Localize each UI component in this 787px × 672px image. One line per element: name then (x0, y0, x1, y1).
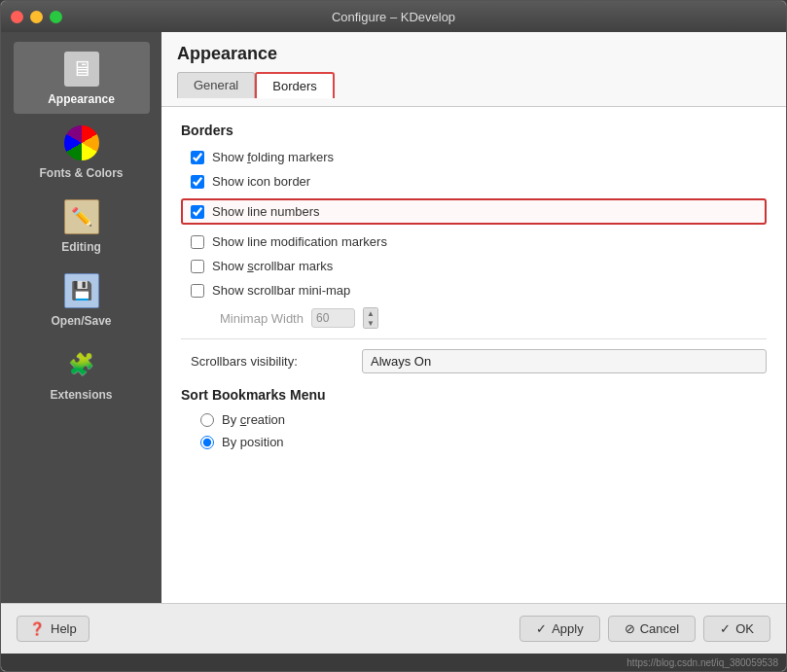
extensions-icon: 🧩 (62, 345, 101, 384)
show-scrollbar-marks-row: Show scrollbar marks (181, 259, 767, 273)
help-label: Help (51, 621, 77, 636)
apply-checkmark-icon: ✓ (536, 621, 547, 636)
show-scrollbar-minimap-row: Show scrollbar mini-map (181, 283, 767, 298)
show-line-numbers-checkbox[interactable] (191, 205, 204, 219)
by-position-radio[interactable] (200, 436, 214, 449)
minimap-width-label: Minimap Width (220, 311, 304, 326)
minimap-down-button[interactable]: ▼ (364, 318, 377, 328)
ok-button[interactable]: ✓ OK (703, 616, 770, 642)
sidebar-item-extensions[interactable]: 🧩 Extensions (14, 337, 150, 409)
appearance-icon (62, 50, 101, 88)
by-position-row: By position (181, 435, 767, 449)
watermark-text: https://blog.csdn.net/iq_380059538 (626, 657, 778, 668)
show-icon-border-label: Show icon border (212, 174, 310, 189)
show-scrollbar-minimap-label: Show scrollbar mini-map (212, 283, 350, 298)
footer: ❓ Help ✓ Apply ⊘ Cancel ✓ OK (1, 603, 786, 654)
help-button[interactable]: ❓ Help (17, 616, 89, 642)
sidebar-item-fonts-colors[interactable]: Fonts & Colors (14, 116, 150, 188)
show-icon-border-row: Show icon border (181, 174, 767, 189)
scrollbar-visibility-select-wrap: Always On Always Off Auto (362, 349, 767, 373)
show-line-mod-checkbox[interactable] (191, 235, 204, 249)
titlebar: Configure – KDevelop (1, 1, 786, 32)
window-controls (11, 11, 62, 23)
show-folding-row: Show folding markers (181, 150, 767, 164)
cancel-circle-icon: ⊘ (625, 621, 635, 636)
opensave-icon: 💾 (62, 271, 101, 310)
sidebar: Appearance Fonts & Colors ✏️ Editing 💾 O… (1, 32, 161, 603)
configure-window: Configure – KDevelop Appearance Fonts & … (0, 0, 787, 672)
scrollbar-visibility-row: Scrollbars visibility: Always On Always … (181, 349, 767, 373)
borders-section-title: Borders (181, 123, 767, 138)
show-line-numbers-label: Show line numbers (212, 204, 320, 219)
show-scrollbar-marks-label: Show scrollbar marks (212, 259, 333, 273)
sidebar-item-appearance[interactable]: Appearance (14, 42, 150, 114)
show-scrollbar-marks-checkbox[interactable] (191, 260, 204, 273)
close-button[interactable] (11, 11, 23, 23)
ok-label: OK (735, 621, 754, 636)
minimap-width-input[interactable] (311, 308, 355, 328)
sidebar-label-opensave: Open/Save (51, 314, 111, 328)
show-scrollbar-minimap-checkbox[interactable] (191, 284, 204, 298)
panel-body: Borders Show folding markers Show icon b… (161, 107, 786, 603)
main-panel: Appearance General Borders Borders Sho (161, 32, 786, 603)
maximize-button[interactable] (50, 11, 62, 23)
sidebar-label-editing: Editing (61, 240, 101, 254)
tabs: General Borders (177, 72, 770, 98)
by-creation-radio[interactable] (200, 413, 214, 427)
minimize-button[interactable] (30, 11, 43, 23)
sidebar-label-extensions: Extensions (50, 388, 112, 402)
separator (181, 338, 767, 339)
apply-button[interactable]: ✓ Apply (519, 616, 600, 642)
apply-label: Apply (552, 621, 584, 636)
sort-bookmarks-title: Sort Bookmarks Menu (181, 387, 767, 403)
sidebar-label-fonts: Fonts & Colors (40, 166, 124, 180)
show-line-mod-label: Show line modification markers (212, 234, 387, 249)
tab-borders[interactable]: Borders (255, 72, 335, 98)
by-position-label: By position (222, 435, 284, 449)
footer-right: ✓ Apply ⊘ Cancel ✓ OK (519, 616, 770, 642)
footer-left: ❓ Help (17, 616, 89, 642)
main-content: Appearance Fonts & Colors ✏️ Editing 💾 O… (1, 32, 786, 603)
by-creation-label: By creation (222, 412, 285, 427)
minimap-width-spinner: ▲ ▼ (363, 307, 378, 329)
show-icon-border-checkbox[interactable] (191, 175, 204, 189)
cancel-button[interactable]: ⊘ Cancel (608, 616, 696, 642)
by-creation-row: By creation (181, 412, 767, 427)
panel-title: Appearance (177, 44, 770, 64)
sidebar-label-appearance: Appearance (48, 92, 115, 106)
ok-checkmark-icon: ✓ (720, 621, 731, 636)
watermark-bar: https://blog.csdn.net/iq_380059538 (1, 654, 786, 671)
editing-icon: ✏️ (62, 197, 101, 236)
help-icon: ❓ (29, 621, 45, 636)
sidebar-item-open-save[interactable]: 💾 Open/Save (14, 264, 150, 336)
tab-general[interactable]: General (177, 72, 255, 98)
show-folding-label: Show folding markers (212, 150, 334, 164)
scrollbar-visibility-select[interactable]: Always On Always Off Auto (362, 349, 767, 373)
window-title: Configure – KDevelop (332, 10, 455, 24)
show-line-mod-row: Show line modification markers (181, 234, 767, 249)
panel-header: Appearance General Borders (161, 32, 786, 107)
sidebar-item-editing[interactable]: ✏️ Editing (14, 190, 150, 262)
minimap-up-button[interactable]: ▲ (364, 308, 377, 318)
minimap-width-row: Minimap Width ▲ ▼ (181, 307, 767, 329)
cancel-label: Cancel (640, 621, 679, 636)
show-line-numbers-row: Show line numbers (181, 198, 767, 225)
fonts-icon (62, 124, 101, 162)
show-folding-checkbox[interactable] (191, 151, 204, 164)
scrollbar-visibility-label: Scrollbars visibility: (191, 354, 346, 369)
